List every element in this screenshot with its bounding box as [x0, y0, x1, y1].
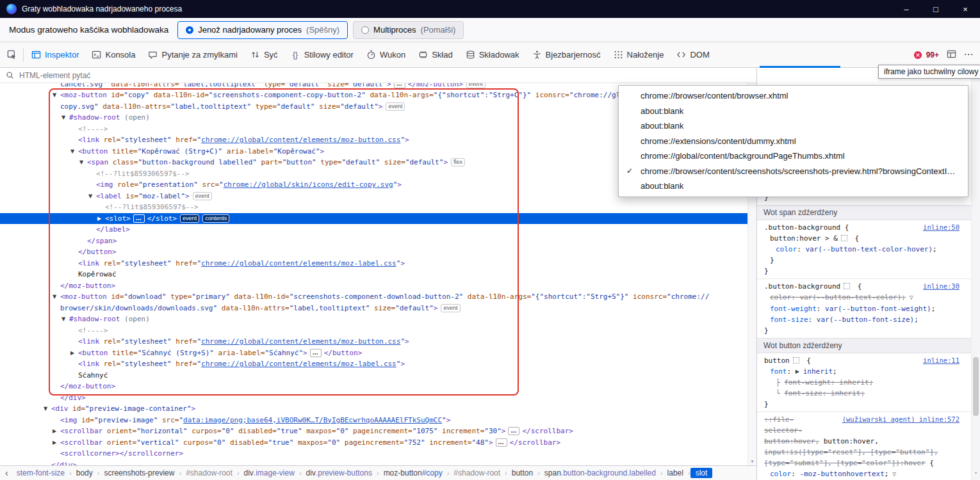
link[interactable]: data:image/png;base64,iVBORw0K…T/ByIgBEc…	[183, 416, 442, 424]
markup-line[interactable]: <link rel="stylesheet" href="chrome://gl…	[0, 258, 756, 269]
rules-scrollbar[interactable]: ▴ ▾	[971, 68, 980, 480]
inline-ellipsis[interactable]: …	[310, 349, 322, 357]
markup-line[interactable]: </moz-button>	[0, 280, 756, 292]
markup-line[interactable]: </button>	[0, 246, 756, 258]
breadcrumb-scroll-left[interactable]: ‹	[1, 468, 12, 478]
expand-arrow[interactable]: ▼	[70, 146, 78, 157]
breadcrumb-item[interactable]: stem-font-size	[12, 468, 69, 478]
rule-line[interactable]: ├ font-weight: inherit;	[757, 377, 980, 388]
markup-line[interactable]: Sćahnyć	[0, 370, 756, 381]
breadcrumb-item[interactable]: label	[663, 468, 688, 478]
frame-menu-item[interactable]: chrome://browser/content/browser.xhtml	[619, 88, 968, 104]
rule-source-link[interactable]: inline:30	[923, 281, 960, 292]
frame-menu-item[interactable]: chrome://extensions/content/dummy.xhtml	[619, 134, 968, 149]
markup-line[interactable]: <!--?lit$859306597$-->	[0, 202, 756, 213]
rule-line[interactable]: input:is([type="reset"], [type="button"]…	[757, 447, 980, 458]
markup-line[interactable]: ▼#shadow-root (open)	[0, 314, 756, 325]
rule-line[interactable]: }	[757, 255, 980, 266]
frame-menu-item[interactable]: about:blank	[619, 104, 968, 119]
frame-menu-item[interactable]: ✓chrome://browser/content/screenshots/sc…	[619, 164, 968, 179]
breadcrumb-item[interactable]: screenshots-preview	[99, 468, 179, 478]
markup-line[interactable]: ▶<slot>…</slot>eventcontents	[0, 213, 756, 225]
link[interactable]: chrome://global/skin/icons/edit-copy.svg	[224, 180, 393, 189]
tab-debugger[interactable]: Pytanje za zmylkami	[142, 42, 243, 67]
markup-line[interactable]: ▶<scrollbar orient="vertical" curpos="0"…	[0, 437, 756, 449]
search-bar[interactable]: HTML-element pytać	[0, 68, 756, 83]
rule-line[interactable]: [type="submit"], [type="color"]):hover {	[757, 458, 980, 468]
tab-inspector[interactable]: Inspektor	[25, 42, 85, 67]
expand-arrow[interactable]: ▶	[70, 348, 78, 359]
minimize-button[interactable]: –	[892, 0, 921, 18]
scroll-down-icon[interactable]: ▾	[748, 459, 756, 464]
rule-source-link[interactable]: inline:11	[923, 355, 960, 366]
mode-option[interactable]: Multiproces(Pomałši)	[353, 21, 464, 39]
rule-line[interactable]: }	[757, 266, 980, 276]
inline-ellipsis[interactable]: …	[496, 438, 507, 447]
mode-option[interactable]: Jenož nadrjadowany proces(Spěšny)	[177, 21, 348, 39]
markup-line[interactable]: <link rel="stylesheet" href="chrome://gl…	[0, 336, 756, 348]
tab-dom[interactable]: DOM	[670, 42, 715, 67]
rule-line[interactable]: selector-	[757, 425, 980, 436]
search-input[interactable]: HTML-element pytać	[19, 71, 90, 80]
markup-line[interactable]: ▶<scrollbar orient="horizontal" curpos="…	[0, 426, 756, 437]
rule-source-link[interactable]: inline:50	[923, 222, 960, 233]
tab-application[interactable]: Nałoženje	[607, 42, 671, 67]
breadcrumb-item[interactable]: button	[507, 468, 537, 478]
markup-line[interactable]: ▶<button title="Sćahnyć (Strg+S)" aria-l…	[0, 348, 756, 359]
markup-line[interactable]: ▼<div id="preview-image-container">	[0, 403, 756, 415]
rule-line[interactable]: color: -moz-buttonhovertext;∇	[757, 468, 980, 480]
rule-line[interactable]: └ font-size: inherit;	[757, 388, 980, 399]
tab-accessibility[interactable]: Bjezbarjernosć	[526, 42, 607, 67]
expand-arrow[interactable]: ▶	[53, 437, 60, 449]
expand-arrow[interactable]: ▼	[61, 112, 69, 124]
error-count-button[interactable]: 99+	[913, 50, 939, 60]
markup-line[interactable]: </label>	[0, 224, 756, 236]
markup-line[interactable]: browser/skin/downloads/downloads.svg" da…	[0, 303, 756, 314]
expand-arrow[interactable]: ▶	[796, 366, 803, 377]
inline-ellipsis[interactable]: …	[394, 83, 405, 88]
expand-arrow[interactable]: ▼	[53, 90, 60, 101]
expand-arrow[interactable]: ▼	[88, 191, 96, 202]
expand-arrow[interactable]: ▼	[61, 314, 69, 325]
link[interactable]: chrome://global/content/elements/moz-but…	[201, 136, 400, 144]
rule-line[interactable]: inline:30.button-background {	[757, 281, 980, 292]
markup-line[interactable]: <link rel="stylesheet" href="chrome://gl…	[0, 358, 756, 370]
scroll-down-icon[interactable]: ▾	[972, 468, 980, 479]
rule-line[interactable]: button:hover, button:hover,	[757, 436, 980, 447]
markup-line[interactable]: <scrollcorner></scrollcorner>	[0, 448, 756, 460]
breadcrumb-item[interactable]: div.image-view	[240, 468, 299, 478]
inline-ellipsis[interactable]: …	[508, 427, 519, 435]
close-button[interactable]: ×	[951, 0, 980, 18]
maximize-button[interactable]: □	[921, 0, 951, 18]
expand-arrow[interactable]: ▶	[97, 213, 105, 225]
markup-line[interactable]: <!---->	[0, 325, 756, 337]
pick-element-button[interactable]	[0, 42, 23, 67]
rule-line[interactable]: font-weight: var(--button-font-weight);	[757, 303, 980, 314]
frame-menu-item[interactable]: about:blank	[619, 118, 968, 134]
breadcrumb-item[interactable]: moz-button#copy	[379, 468, 447, 478]
rule-line[interactable]: inline:11button {	[757, 355, 980, 366]
expand-arrow[interactable]: ▼	[79, 157, 87, 168]
breadcrumb-item[interactable]: span.button-background.labelled	[540, 468, 660, 478]
breadcrumb-item[interactable]: #shadow-root	[449, 468, 505, 478]
breadcrumb-item[interactable]: #shadow-root	[181, 468, 237, 478]
frame-menu-item[interactable]: chrome://global/content/backgroundPageTh…	[619, 148, 968, 164]
breadcrumb-item[interactable]: div.preview-buttons	[302, 468, 377, 478]
breadcrumb-item[interactable]: body	[72, 468, 97, 478]
expand-arrow[interactable]: ▼	[44, 403, 51, 415]
rule-line[interactable]: font: ▶inherit;	[757, 366, 980, 377]
rule-line[interactable]: font-size: var(--button-font-size);	[757, 314, 980, 325]
scrollbar-thumb[interactable]	[973, 357, 979, 416]
markup-line[interactable]: </moz-button>	[0, 381, 756, 392]
markup-line[interactable]: </div>	[0, 460, 756, 466]
markup-line[interactable]: <img id="preview-image" src="data:image/…	[0, 415, 756, 426]
markup-line[interactable]: </div>	[0, 392, 756, 404]
frame-menu-item[interactable]: about:blank	[619, 179, 968, 194]
tab-style-editor[interactable]: {}Stilowy editor	[284, 42, 360, 67]
breadcrumb-item[interactable]: slot	[690, 468, 713, 478]
tab-console[interactable]: Konsola	[85, 42, 142, 67]
rule-line[interactable]: }	[757, 399, 980, 410]
link[interactable]: chrome://global/content/elements/moz-but…	[201, 337, 400, 346]
tab-memory[interactable]: Skład	[412, 42, 459, 67]
rule-line[interactable]: color: var(--button-text-color-hover);	[757, 244, 980, 255]
